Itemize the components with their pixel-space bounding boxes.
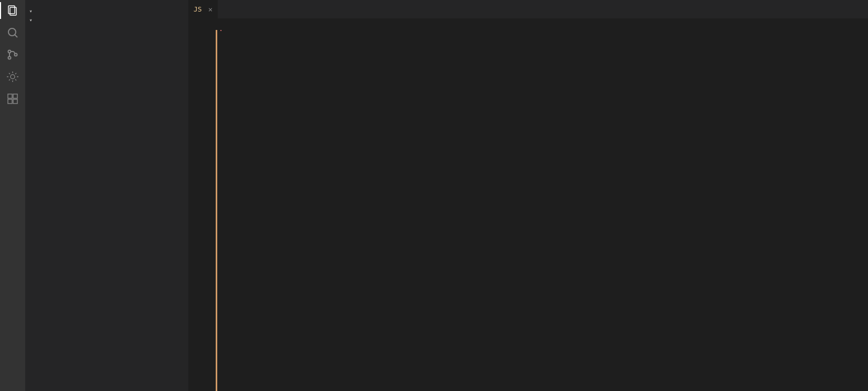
breadcrumbs[interactable] — [188, 18, 868, 30]
svg-rect-10 — [8, 99, 12, 104]
file-tree — [25, 26, 188, 391]
svg-point-6 — [15, 54, 17, 56]
debug-icon[interactable] — [6, 70, 19, 83]
line-gutter — [188, 30, 215, 391]
svg-point-7 — [11, 75, 15, 79]
code-editor[interactable] — [188, 30, 868, 391]
sidebar: ˅ ˅ — [25, 0, 188, 391]
code-content[interactable] — [217, 30, 868, 391]
open-editors-header[interactable]: ˅ — [25, 8, 188, 17]
svg-rect-9 — [13, 94, 17, 98]
extensions-icon[interactable] — [6, 92, 19, 105]
svg-line-3 — [15, 35, 17, 37]
explorer-icon[interactable] — [6, 4, 19, 17]
svg-point-4 — [8, 50, 11, 53]
tabs-bar: JS × — [188, 0, 868, 18]
highlight-box — [220, 30, 221, 31]
activity-bar — [0, 0, 25, 391]
editor-group: JS × — [188, 0, 868, 391]
search-icon[interactable] — [6, 26, 19, 39]
source-control-icon[interactable] — [6, 48, 19, 61]
sidebar-title — [25, 0, 188, 8]
svg-point-5 — [8, 57, 11, 59]
close-icon[interactable]: × — [208, 5, 213, 14]
js-icon: JS — [194, 5, 202, 13]
project-header[interactable]: ˅ — [25, 17, 188, 26]
svg-rect-11 — [13, 99, 17, 104]
tab-index-js[interactable]: JS × — [188, 0, 218, 18]
svg-rect-8 — [8, 94, 12, 98]
svg-point-2 — [8, 28, 16, 36]
